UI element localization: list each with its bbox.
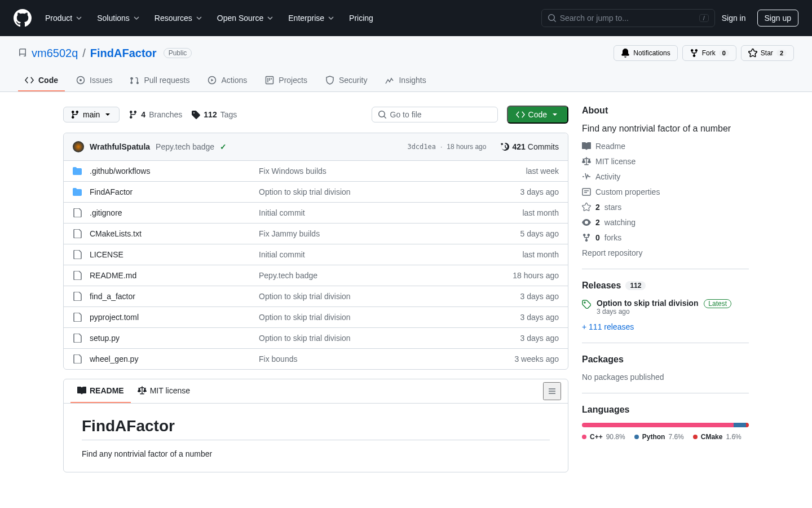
license-link[interactable]: MIT license — [582, 157, 749, 166]
activity-link[interactable]: Activity — [582, 172, 749, 181]
file-commit-msg[interactable]: Option to skip trial division — [259, 292, 486, 301]
file-commit-msg[interactable]: Initial commit — [259, 208, 486, 217]
tags-link[interactable]: 112 Tags — [191, 110, 237, 119]
tab-readme[interactable]: README — [70, 379, 131, 403]
top-nav: ProductSolutionsResourcesOpen SourceEnte… — [41, 9, 378, 27]
languages-heading: Languages — [582, 405, 749, 415]
file-name-link[interactable]: LICENSE — [90, 250, 259, 259]
file-commit-msg[interactable]: Option to skip trial division — [259, 187, 486, 196]
custom-properties-link[interactable]: Custom properties — [582, 187, 749, 196]
tab-security[interactable]: Security — [319, 70, 374, 91]
repo-owner-link[interactable]: vm6502q — [32, 47, 78, 60]
slash-hint-icon: / — [699, 14, 709, 22]
topnav-item-resources[interactable]: Resources — [150, 9, 208, 27]
find-file-input[interactable]: Go to file — [372, 107, 498, 122]
bell-icon — [621, 49, 630, 58]
star-icon — [582, 203, 591, 212]
commit-author[interactable]: WrathfulSpatula — [90, 142, 150, 151]
file-commit-msg[interactable]: Pepy.tech badge — [259, 271, 486, 280]
releases-count: 112 — [625, 281, 646, 290]
file-name-link[interactable]: pyproject.toml — [90, 313, 259, 322]
readme-link[interactable]: Readme — [582, 142, 749, 151]
svg-point-1 — [80, 79, 82, 81]
packages-heading[interactable]: Packages — [582, 354, 749, 365]
tab-insights[interactable]: Insights — [378, 70, 433, 91]
chevron-down-icon — [74, 14, 83, 23]
star-count: 2 — [776, 50, 787, 56]
star-button[interactable]: Star 2 — [741, 45, 794, 61]
stars-link[interactable]: 2 stars — [582, 203, 749, 212]
file-name-link[interactable]: README.md — [90, 271, 259, 280]
notifications-button[interactable]: Notifications — [614, 45, 677, 61]
commit-hash[interactable]: 3dcd1ea — [407, 143, 436, 151]
file-name-link[interactable]: CMakeLists.txt — [90, 229, 259, 238]
file-commit-msg[interactable]: Option to skip trial division — [259, 313, 486, 322]
file-commit-msg[interactable]: Fix Windows builds — [259, 167, 486, 176]
language-bar-segment[interactable] — [746, 423, 749, 427]
releases-heading[interactable]: Releases 112 — [582, 281, 749, 291]
language-item[interactable]: C++ 90.8% — [582, 433, 625, 441]
avatar[interactable] — [73, 141, 84, 152]
branch-icon — [129, 110, 138, 119]
topnav-item-pricing[interactable]: Pricing — [345, 9, 378, 27]
repo-icon — [18, 49, 27, 58]
file-name-link[interactable]: find_a_factor — [90, 292, 259, 301]
file-name-link[interactable]: .gitignore — [90, 208, 259, 217]
file-commit-msg[interactable]: Initial commit — [259, 250, 486, 259]
search-input[interactable]: Search or jump to... / — [541, 9, 715, 27]
file-row: CMakeLists.txt Fix Jammy builds 5 days a… — [64, 224, 568, 244]
tab-pull-requests[interactable]: Pull requests — [123, 70, 196, 91]
language-bar-segment[interactable] — [582, 423, 734, 427]
sign-up-button[interactable]: Sign up — [757, 10, 798, 27]
latest-badge: Latest — [704, 299, 731, 308]
projects-icon — [265, 76, 274, 85]
tag-icon — [191, 110, 200, 119]
search-icon — [378, 110, 387, 119]
file-commit-msg[interactable]: Fix bounds — [259, 354, 486, 364]
file-time: last week — [486, 167, 559, 176]
language-item[interactable]: CMake 1.6% — [693, 433, 742, 441]
repo-name-link[interactable]: FindAFactor — [90, 47, 157, 60]
branch-selector[interactable]: main — [63, 107, 120, 122]
toc-button[interactable] — [543, 382, 561, 400]
file-icon — [73, 313, 82, 322]
file-name-link[interactable]: setup.py — [90, 334, 259, 343]
tab-code[interactable]: Code — [18, 70, 65, 91]
history-icon — [501, 142, 510, 151]
file-commit-msg[interactable]: Option to skip trial division — [259, 334, 486, 343]
topnav-item-solutions[interactable]: Solutions — [92, 9, 145, 27]
topnav-item-enterprise[interactable]: Enterprise — [284, 9, 340, 27]
lang-dot-icon — [693, 435, 698, 439]
tab-projects[interactable]: Projects — [258, 70, 314, 91]
file-name-link[interactable]: FindAFactor — [90, 187, 259, 196]
fork-button[interactable]: Fork 0 — [682, 45, 736, 61]
check-icon[interactable]: ✓ — [220, 142, 227, 151]
sign-in-link[interactable]: Sign in — [715, 9, 753, 27]
branches-link[interactable]: 4 Branches — [129, 110, 182, 119]
file-row: wheel_gen.py Fix bounds 3 weeks ago — [64, 349, 568, 369]
topnav-item-open-source[interactable]: Open Source — [213, 9, 280, 27]
book-icon — [77, 386, 86, 395]
language-item[interactable]: Python 7.6% — [634, 433, 684, 441]
file-commit-msg[interactable]: Fix Jammy builds — [259, 229, 486, 238]
latest-release[interactable]: Option to skip trial division Latest 3 d… — [582, 299, 749, 316]
language-bar-segment[interactable] — [734, 423, 746, 427]
file-name-link[interactable]: wheel_gen.py — [90, 354, 259, 364]
commits-link[interactable]: 421 Commits — [501, 142, 559, 151]
topnav-item-product[interactable]: Product — [41, 9, 88, 27]
tab-actions[interactable]: Actions — [201, 70, 254, 91]
report-link[interactable]: Report repository — [582, 248, 749, 257]
file-row: .gitignore Initial commit last month — [64, 203, 568, 224]
more-releases-link[interactable]: + 111 releases — [582, 322, 634, 331]
watching-link[interactable]: 2 watching — [582, 218, 749, 227]
commit-message[interactable]: Pepy.tech badge — [156, 142, 214, 151]
file-name-link[interactable]: .github/workflows — [90, 167, 259, 176]
forks-link[interactable]: 0 forks — [582, 233, 749, 242]
chevron-down-icon — [132, 14, 141, 23]
github-logo-icon[interactable] — [14, 9, 32, 27]
tab-license[interactable]: MIT license — [131, 379, 197, 403]
tab-issues[interactable]: Issues — [69, 70, 119, 91]
eye-icon — [582, 218, 591, 227]
code-button[interactable]: Code — [507, 106, 568, 124]
file-icon — [73, 354, 82, 364]
